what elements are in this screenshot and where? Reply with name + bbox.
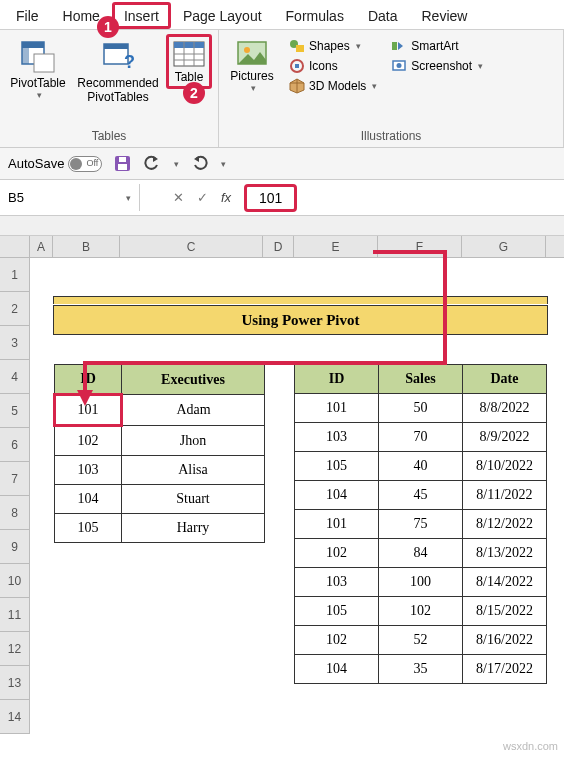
pictures-button[interactable]: Pictures ▾ — [225, 34, 279, 93]
tab-formulas[interactable]: Formulas — [274, 2, 356, 29]
header-sales[interactable]: Sales — [379, 365, 463, 394]
cell[interactable]: 103 — [55, 456, 122, 485]
col-header[interactable]: B — [53, 236, 120, 257]
tab-data[interactable]: Data — [356, 2, 410, 29]
cell[interactable]: 8/10/2022 — [463, 452, 547, 481]
cell[interactable]: 102 — [295, 539, 379, 568]
cell[interactable]: 75 — [379, 510, 463, 539]
cell[interactable]: 105 — [295, 452, 379, 481]
cell[interactable]: 102 — [55, 426, 122, 456]
fx-icon: fx — [221, 190, 231, 205]
row-header[interactable]: 6 — [0, 428, 30, 462]
row-header[interactable]: 10 — [0, 564, 30, 598]
row-header[interactable]: 12 — [0, 632, 30, 666]
cube-icon — [289, 78, 305, 94]
group-illustrations-label: Illustrations — [225, 129, 557, 145]
cell[interactable]: 104 — [295, 481, 379, 510]
fx-button[interactable]: fx — [214, 190, 238, 205]
col-header[interactable]: F — [378, 236, 462, 257]
header-executives[interactable]: Executives — [122, 365, 265, 395]
smartart-button[interactable]: SmartArt — [387, 36, 487, 56]
row-header[interactable]: 2 — [0, 292, 30, 326]
cell[interactable]: 8/15/2022 — [463, 597, 547, 626]
cell[interactable]: 8/8/2022 — [463, 394, 547, 423]
cell[interactable]: 45 — [379, 481, 463, 510]
cell[interactable]: 8/13/2022 — [463, 539, 547, 568]
cell[interactable]: 8/16/2022 — [463, 626, 547, 655]
row-header[interactable]: 8 — [0, 496, 30, 530]
screenshot-button[interactable]: Screenshot▾ — [387, 56, 487, 76]
row-header[interactable]: 5 — [0, 394, 30, 428]
recommended-pivottables-button[interactable]: ? Recommended PivotTables — [72, 34, 164, 105]
col-header[interactable]: C — [120, 236, 263, 257]
tab-insert[interactable]: Insert 1 — [112, 2, 171, 29]
redo-icon — [191, 155, 208, 172]
cell[interactable]: 102 — [295, 626, 379, 655]
col-header[interactable]: A — [30, 236, 53, 257]
tab-file[interactable]: File — [4, 2, 51, 29]
cell[interactable]: 105 — [295, 597, 379, 626]
undo-button[interactable] — [142, 154, 162, 174]
row-header[interactable]: 7 — [0, 462, 30, 496]
col-header[interactable]: G — [462, 236, 546, 257]
cancel-button[interactable]: ✕ — [166, 190, 190, 205]
save-button[interactable] — [112, 154, 132, 174]
cell[interactable]: Adam — [122, 395, 265, 426]
3d-models-button[interactable]: 3D Models▾ — [285, 76, 381, 96]
cell[interactable]: 40 — [379, 452, 463, 481]
cell[interactable]: 35 — [379, 655, 463, 684]
col-header[interactable]: D — [263, 236, 294, 257]
row-header[interactable]: 13 — [0, 666, 30, 700]
cell[interactable]: 100 — [379, 568, 463, 597]
cell[interactable]: 105 — [55, 514, 122, 543]
cell[interactable]: 8/11/2022 — [463, 481, 547, 510]
row-header[interactable]: 9 — [0, 530, 30, 564]
cell[interactable]: 84 — [379, 539, 463, 568]
cell[interactable]: 104 — [295, 655, 379, 684]
cell-selected[interactable]: 101 — [55, 395, 122, 426]
cell[interactable]: Alisa — [122, 456, 265, 485]
cell[interactable]: 101 — [295, 394, 379, 423]
cell[interactable]: 8/9/2022 — [463, 423, 547, 452]
cell[interactable]: 101 — [295, 510, 379, 539]
row-header[interactable]: 11 — [0, 598, 30, 632]
tab-review[interactable]: Review — [410, 2, 480, 29]
cell[interactable]: Jhon — [122, 426, 265, 456]
enter-button[interactable]: ✓ — [190, 190, 214, 205]
cell[interactable]: 102 — [379, 597, 463, 626]
select-all-corner[interactable] — [0, 236, 30, 257]
table-button[interactable]: Table 2 — [166, 34, 212, 89]
worksheet[interactable]: A B C D E F G 1 2 3 4 5 6 7 8 9 10 11 12… — [0, 236, 564, 758]
cell[interactable]: 8/17/2022 — [463, 655, 547, 684]
col-header[interactable]: E — [294, 236, 378, 257]
shapes-button[interactable]: Shapes▾ — [285, 36, 381, 56]
cell[interactable]: 50 — [379, 394, 463, 423]
icons-button[interactable]: Icons — [285, 56, 381, 76]
name-box[interactable]: B5 ▾ — [0, 184, 140, 211]
row-header[interactable]: 1 — [0, 258, 30, 292]
cell[interactable]: 70 — [379, 423, 463, 452]
chevron-down-icon[interactable]: ▾ — [221, 159, 226, 169]
cell[interactable]: 8/14/2022 — [463, 568, 547, 597]
header-id[interactable]: ID — [55, 365, 122, 395]
cell[interactable]: 52 — [379, 626, 463, 655]
cell[interactable]: 8/12/2022 — [463, 510, 547, 539]
pivottable-button[interactable]: PivotTable ▾ — [6, 34, 70, 100]
header-date[interactable]: Date — [463, 365, 547, 394]
cell[interactable]: Stuart — [122, 485, 265, 514]
toggle-switch[interactable] — [68, 156, 102, 172]
row-header[interactable]: 14 — [0, 700, 30, 734]
tab-page-layout[interactable]: Page Layout — [171, 2, 274, 29]
autosave-toggle[interactable]: AutoSave — [8, 156, 102, 172]
cell[interactable]: Harry — [122, 514, 265, 543]
chevron-down-icon[interactable]: ▾ — [174, 159, 179, 169]
redo-button[interactable] — [189, 154, 209, 174]
cell[interactable]: 103 — [295, 568, 379, 597]
header-id[interactable]: ID — [295, 365, 379, 394]
cell[interactable]: 104 — [55, 485, 122, 514]
screenshot-label: Screenshot — [411, 59, 472, 73]
row-header[interactable]: 4 — [0, 360, 30, 394]
cell[interactable]: 103 — [295, 423, 379, 452]
formula-input[interactable]: 101 — [244, 184, 297, 212]
row-header[interactable]: 3 — [0, 326, 30, 360]
